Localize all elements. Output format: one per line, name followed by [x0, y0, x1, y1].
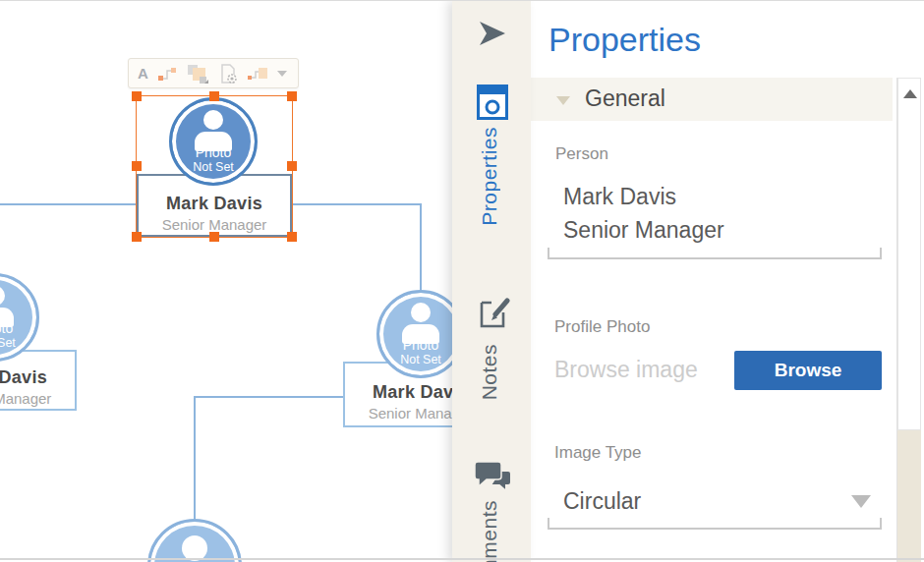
image-type-label: Image Type — [554, 443, 642, 463]
profile-photo-label: Profile Photo — [554, 317, 650, 337]
selection-handle-s[interactable] — [209, 232, 219, 242]
toolbar-more-caret-icon[interactable] — [277, 71, 287, 77]
tab-properties[interactable]: Properties — [478, 127, 501, 226]
connector-line[interactable] — [292, 204, 421, 292]
person-input-underline[interactable] — [548, 248, 882, 259]
person-icon — [0, 286, 5, 306]
selection-handle-n[interactable] — [209, 91, 219, 101]
selection-handle-e[interactable] — [287, 161, 297, 171]
text-style-icon[interactable]: A — [138, 65, 148, 82]
person-input-line2[interactable]: Senior Manager — [563, 217, 724, 244]
person-input-line1[interactable]: Mark Davis — [563, 184, 676, 210]
comments-tab-icon[interactable] — [472, 459, 515, 496]
node-title: Senior Manager — [0, 390, 75, 407]
right-tabstrip: Properties Notes Comments — [452, 1, 531, 562]
collapse-caret-icon — [556, 96, 570, 105]
panel-title: Properties — [549, 21, 701, 59]
person-icon — [411, 303, 431, 322]
scrollbar-thumb[interactable] — [897, 78, 921, 430]
selection-handle-sw[interactable] — [132, 232, 142, 242]
image-type-dropdown-value[interactable]: Circular — [563, 488, 641, 515]
shape-style-icon[interactable] — [186, 63, 209, 84]
person-field-label: Person — [555, 144, 608, 164]
selection-handle-se[interactable] — [287, 232, 297, 242]
connector-line[interactable] — [195, 397, 343, 519]
context-toolbar: A — [128, 58, 299, 88]
shape-settings-icon[interactable] — [218, 63, 238, 84]
org-node-box[interactable]: Mark Davis Senior Manager — [0, 350, 77, 411]
scroll-up-arrow-icon[interactable] — [903, 89, 917, 98]
notes-tab-icon[interactable] — [475, 293, 510, 332]
tab-comments[interactable]: Comments — [478, 500, 501, 562]
node-name: Mark Davis — [0, 367, 75, 388]
selection-handle-w[interactable] — [132, 161, 142, 171]
image-type-underline[interactable] — [548, 518, 882, 530]
selection-handle-ne[interactable] — [287, 91, 297, 101]
section-general-header[interactable]: General — [531, 78, 893, 121]
connector-shape-icon[interactable] — [247, 65, 268, 83]
browse-image-input[interactable]: Browse image — [554, 357, 698, 383]
selection-rectangle — [136, 95, 293, 238]
selection-handle-nw[interactable] — [132, 91, 142, 101]
browse-button[interactable]: Browse — [734, 351, 882, 390]
properties-panel: Properties General Person Mark Davis Sen… — [531, 1, 924, 562]
tab-notes[interactable]: Notes — [478, 344, 501, 400]
window-bottom-edge — [0, 558, 924, 560]
properties-tab-icon[interactable] — [477, 84, 508, 120]
photo-not-set-label: Photo — [0, 320, 36, 336]
photo-not-set-label: Not Set — [0, 336, 36, 350]
collapse-panel-arrow-icon[interactable] — [478, 21, 507, 46]
photo-not-set-label: Photo — [379, 337, 462, 353]
org-chart-app: Mark Davis Senior Manager Photo Not Set … — [0, 0, 924, 562]
connector-style-icon[interactable] — [157, 65, 177, 83]
photo-not-set-label: Not Set — [379, 353, 462, 366]
dropdown-caret-icon[interactable] — [851, 495, 871, 508]
section-general-label: General — [585, 85, 665, 112]
panel-scrollbar-track[interactable] — [896, 78, 921, 562]
